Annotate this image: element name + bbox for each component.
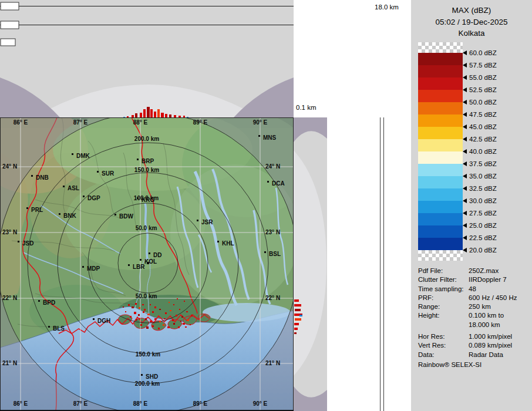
legend-entry-label: 35.0 dBZ — [469, 173, 497, 180]
station-label: BSL — [269, 251, 281, 257]
legend-entry-label: 20.0 dBZ — [469, 247, 497, 254]
station-dot — [48, 326, 50, 328]
product-title: MAX (dBZ) — [411, 5, 532, 16]
cross-section-top-panel[interactable] — [0, 0, 294, 117]
range-ring-label: 50.0 km — [136, 293, 157, 299]
station-label: KOL — [144, 258, 157, 265]
info-value: 0.089 km/pixel — [469, 341, 530, 350]
info-label: Range: — [418, 302, 469, 311]
radar-echo-cell — [173, 323, 175, 325]
legend-entry: 25.0 dBZ — [463, 221, 497, 230]
station-label: LBR — [133, 264, 145, 270]
radar-echo-cell — [180, 321, 181, 322]
longitude-label: 89° E — [193, 400, 208, 407]
legend-tick-arrow-icon — [463, 235, 467, 240]
legend-color-block — [418, 188, 463, 201]
legend-color-block — [418, 139, 463, 151]
legend-color-block — [418, 53, 463, 65]
legend-entry-label: 52.5 dBZ — [469, 86, 497, 93]
cross-section-echo-cell — [143, 109, 146, 117]
station-dot — [83, 196, 85, 197]
cross-section-echo-cell — [157, 109, 160, 117]
legend-panel: MAX (dBZ) 05:02 / 19-Dec-2025 Kolkata 60… — [411, 0, 532, 411]
info-value: 18.000 km — [469, 321, 530, 329]
legend-entry: 57.5 dBZ — [463, 61, 497, 69]
legend-tick-arrow-icon — [463, 248, 467, 252]
radar-echo-cell — [135, 303, 137, 305]
legend-entry-label: 57.5 dBZ — [469, 62, 497, 69]
radar-echo-cell — [154, 306, 156, 308]
radar-echo-cell — [172, 319, 174, 321]
station-label: KRG — [142, 197, 154, 203]
station-dot — [141, 374, 143, 376]
radar-echo-cell — [190, 324, 191, 325]
radar-echo-cell — [136, 319, 137, 321]
station-label: DCA — [272, 180, 285, 187]
legend-entry: 55.0 dBZ — [463, 73, 497, 82]
station-label: DMK — [76, 153, 90, 159]
axis-tick-box — [1, 2, 19, 10]
radar-echo-cell — [139, 307, 140, 309]
station-dot — [137, 159, 139, 160]
legend-checker-bottom — [418, 250, 463, 261]
legend-color-block — [418, 238, 463, 250]
station-dot — [93, 318, 95, 320]
legend-entry-label: 30.0 dBZ — [469, 197, 497, 204]
legend-color-block — [418, 213, 463, 225]
range-ring-label: 200.0 km — [134, 136, 159, 142]
info-row: Height:0.100 km to — [418, 311, 530, 320]
info-label: Data: — [418, 351, 469, 359]
legend-tick-arrow-icon — [463, 161, 467, 166]
radar-echo-cell — [176, 315, 177, 316]
latitude-label: 24° N — [265, 163, 280, 170]
info-row: Hor Res:1.000 km/pixel — [418, 332, 530, 341]
radar-echo-cell — [143, 311, 144, 313]
legend-entry: 37.5 dBZ — [463, 160, 497, 168]
legend-tick-arrow-icon — [463, 211, 467, 215]
station-label: MDP — [87, 265, 100, 272]
legend-entry-label: 50.0 dBZ — [469, 99, 497, 106]
station-dot — [137, 197, 139, 199]
range-ring-label: 200.0 km — [135, 380, 160, 387]
radar-echo-cell — [144, 309, 146, 311]
station-dot — [38, 300, 40, 302]
radar-map-panel[interactable]: 86° E86° E87° E87° E88° E88° E89° E89° E… — [0, 117, 294, 411]
radar-echo-cell — [154, 318, 156, 320]
software-branding: Rainbow® SELEX-SI — [418, 361, 482, 368]
legend-color-blocks — [418, 53, 463, 250]
legend-entry-label: 60.0 dBZ — [469, 49, 497, 56]
legend-color-block — [418, 127, 463, 139]
legend-entry-label: 42.5 dBZ — [469, 136, 497, 143]
latitude-label: 23° N — [2, 229, 17, 235]
legend-tick-arrow-icon — [463, 100, 467, 105]
legend-tick-arrow-icon — [463, 50, 467, 55]
station-dot — [26, 207, 28, 209]
radar-echo-cell — [165, 312, 167, 314]
info-value: Radar Data — [469, 351, 530, 359]
radar-display-window: 18.0 km 0.1 km — [0, 0, 532, 411]
radar-echo-cell — [134, 312, 136, 314]
radar-echo-cell — [181, 316, 183, 318]
legend-tick-arrow-icon — [463, 149, 467, 154]
legend-color-block — [418, 164, 463, 176]
radar-echo-cell — [184, 301, 185, 302]
info-value: IIRDoppler 7 — [469, 275, 530, 284]
info-row: Pdf File:250Z.max — [418, 267, 530, 275]
station-label: BRP — [142, 158, 154, 164]
legend-color-block — [418, 151, 463, 164]
cross-section-right-panel[interactable] — [294, 117, 388, 411]
station-dot — [140, 259, 142, 261]
range-ring-label: 50.0 km — [136, 225, 157, 231]
cross-section-echo-cell — [294, 332, 297, 334]
station-label: KHL — [222, 240, 234, 247]
latitude-label: 23° N — [265, 229, 280, 235]
legend-entry: 32.5 dBZ — [463, 184, 497, 193]
info-label: Height: — [418, 311, 469, 320]
longitude-label: 87° E — [73, 119, 88, 126]
radar-echo-cell — [140, 324, 142, 326]
station-label: DGH — [97, 318, 110, 324]
radar-echo-cell — [145, 318, 147, 320]
radar-echo-cell — [139, 318, 140, 319]
latitude-label: 22° N — [2, 295, 17, 301]
radar-echo-cell — [125, 311, 126, 312]
